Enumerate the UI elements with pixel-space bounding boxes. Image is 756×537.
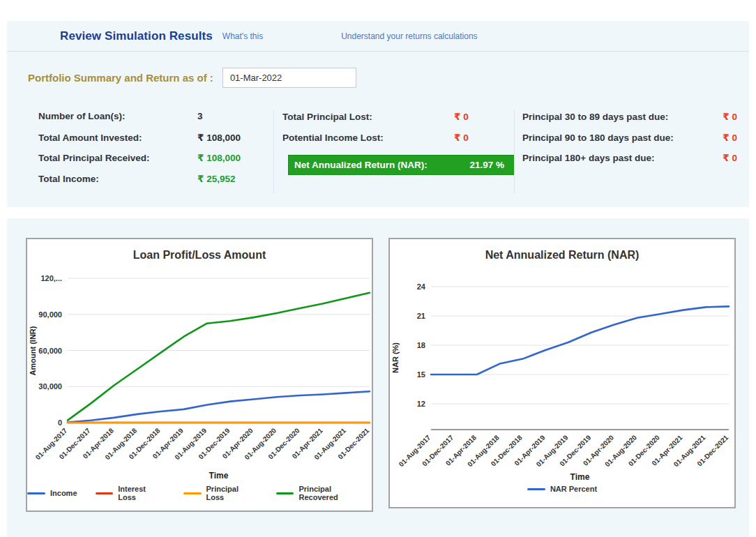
as-of-label: Portfolio Summary and Return as of : <box>28 72 213 84</box>
whats-this-link[interactable]: What's this <box>222 31 263 41</box>
svg-text:Amount (INR): Amount (INR) <box>29 326 37 375</box>
svg-text:0: 0 <box>58 418 62 427</box>
stat-label: Total Amount Invested: <box>38 133 197 143</box>
stat-label: Total Principal Lost: <box>282 112 454 122</box>
svg-text:12: 12 <box>417 400 425 408</box>
understand-returns-link[interactable]: Understand your returns calculations <box>341 31 477 41</box>
stat-value: ₹ 108,000 <box>197 132 241 143</box>
nar-plot: 242118151201-Aug-201701-Dec-201701-Apr-2… <box>390 263 734 483</box>
as-of-date-input[interactable] <box>222 68 356 88</box>
nar-badge: Net Annualized Return (NAR):21.97 % <box>288 155 515 175</box>
results-panel: Review Simulation Results What's this Un… <box>7 21 749 207</box>
stat-row: Principal 180+ days past due:₹ 0 <box>522 152 737 167</box>
svg-text:18: 18 <box>417 341 425 349</box>
stat-row: Principal 30 to 89 days past due:₹ 0 <box>522 111 737 126</box>
legend-line-swatch <box>527 488 545 490</box>
stat-value: ₹ 0 <box>723 132 737 143</box>
portfolio-summary: Number of Loan(s):3Total Amount Invested… <box>7 109 749 193</box>
stat-value: ₹ 0 <box>454 132 469 143</box>
legend-line-swatch <box>183 492 202 494</box>
chart-title: Net Annualized Return (NAR) <box>390 249 734 262</box>
svg-text:NAR (%): NAR (%) <box>391 342 400 373</box>
summary-column-losses: Total Principal Lost:₹ 0Potential Income… <box>273 109 514 193</box>
stat-value: 3 <box>197 111 203 121</box>
chart-legend: NAR Percent <box>390 485 734 493</box>
legend-item: Principal Loss <box>183 485 258 501</box>
stat-label: Principal 180+ days past due: <box>522 153 654 163</box>
stat-label: Total Income: <box>38 174 197 184</box>
stat-value: ₹ 0 <box>723 152 737 163</box>
legend-item: Interest Loss <box>96 485 165 501</box>
charts-panel: Loan Profit/Loss Amount 120,...90,00060,… <box>7 218 749 537</box>
stat-value: ₹ 0 <box>723 111 737 122</box>
legend-label: Principal Recovered <box>298 485 372 501</box>
page: Review Simulation Results What's this Un… <box>0 0 756 537</box>
page-title: Review Simulation Results <box>60 29 213 43</box>
stat-label: Potential Income Lost: <box>282 133 454 143</box>
stat-value: ₹ 108,000 <box>197 152 241 163</box>
stat-label: Number of Loan(s): <box>38 111 197 121</box>
stat-label: Net Annualized Return (NAR): <box>289 160 428 170</box>
svg-text:Time: Time <box>570 472 590 482</box>
stat-value: 21.97 % <box>469 160 514 170</box>
loan-profit-loss-chart-card: Loan Profit/Loss Amount 120,...90,00060,… <box>26 238 373 512</box>
svg-text:30,000: 30,000 <box>38 382 62 391</box>
legend-label: Interest Loss <box>118 485 165 501</box>
svg-text:Time: Time <box>209 471 229 481</box>
legend-line-swatch <box>27 492 45 494</box>
stat-row: Total Income:₹ 25,952 <box>38 173 273 188</box>
legend-item: NAR Percent <box>527 485 597 493</box>
summary-column-loans: Number of Loan(s):3Total Amount Invested… <box>7 109 273 193</box>
stat-row: Total Principal Lost:₹ 0 <box>282 111 514 126</box>
stat-row: Principal 90 to 180 days past due:₹ 0 <box>522 132 737 147</box>
svg-text:90,000: 90,000 <box>38 310 62 319</box>
stat-value: ₹ 0 <box>454 111 469 122</box>
as-of-row: Portfolio Summary and Return as of : <box>28 68 749 88</box>
loan-profit-loss-plot: 120,...90,00060,00030,000001-Aug-201701-… <box>27 263 372 483</box>
legend-label: Principal Loss <box>206 485 258 501</box>
legend-line-swatch <box>96 492 114 494</box>
svg-text:15: 15 <box>417 370 425 379</box>
summary-column-pastdue: Principal 30 to 89 days past due:₹ 0Prin… <box>514 109 749 193</box>
svg-text:60,000: 60,000 <box>38 347 62 355</box>
stat-label: Principal 30 to 89 days past due: <box>522 112 668 122</box>
legend-line-swatch <box>276 492 294 494</box>
svg-text:24: 24 <box>417 282 426 291</box>
legend-label: NAR Percent <box>550 485 597 493</box>
legend-item: Income <box>27 489 77 497</box>
nar-chart-card: Net Annualized Return (NAR) 242118151201… <box>388 238 736 508</box>
legend-label: Income <box>50 489 77 497</box>
legend-item: Principal Recovered <box>276 485 372 501</box>
results-header: Review Simulation Results What's this Un… <box>7 21 749 52</box>
stat-label: Principal 90 to 180 days past due: <box>522 133 674 143</box>
svg-text:120,...: 120,... <box>40 274 62 282</box>
stat-value: ₹ 25,952 <box>197 173 235 184</box>
stat-row: Potential Income Lost:₹ 0 <box>282 132 514 147</box>
stat-label: Total Principal Received: <box>38 153 197 163</box>
chart-title: Loan Profit/Loss Amount <box>27 249 372 262</box>
svg-text:21: 21 <box>417 312 425 320</box>
stat-row: Number of Loan(s):3 <box>38 111 273 126</box>
stat-row: Total Principal Received:₹ 108,000 <box>38 152 273 167</box>
chart-legend: IncomeInterest LossPrincipal LossPrincip… <box>27 485 372 501</box>
stat-row: Total Amount Invested:₹ 108,000 <box>38 132 273 147</box>
